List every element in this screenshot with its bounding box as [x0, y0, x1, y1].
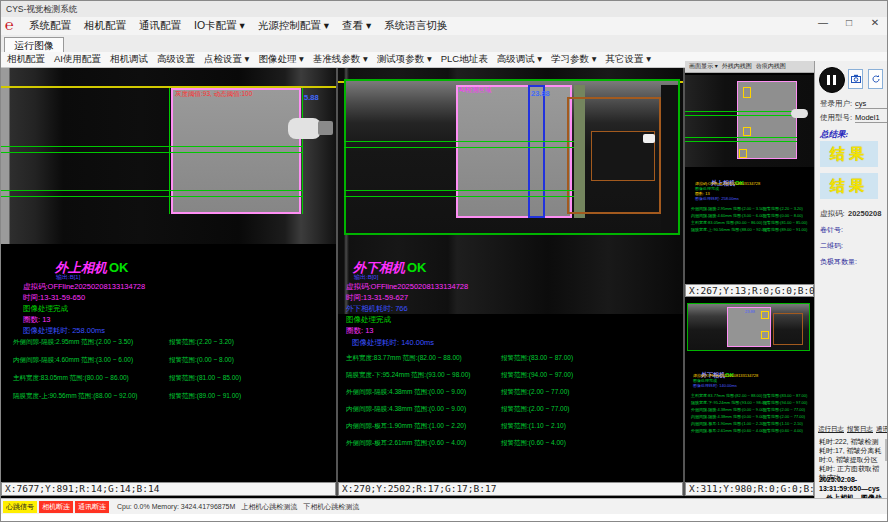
- tab-run-image[interactable]: 运行图像: [4, 37, 64, 53]
- middle-done-line: 图像处理完成: [346, 315, 391, 325]
- left-camera-image: 灰度阈值:93, 动态阈值:100 5.88: [1, 68, 336, 244]
- left-done-line: 图像处理完成: [23, 304, 68, 314]
- thumbnail-tabs: 画面显示 ▾ 外残内残图 齿痕内残图: [685, 61, 814, 73]
- tool-spot-check[interactable]: 点检设置 ▾: [204, 53, 249, 66]
- window-controls: — □ ✕: [815, 17, 883, 28]
- middle-overlay-text: 外下相机OK 输出:B[0] 虚拟码:OFFline20250208133134…: [338, 258, 683, 482]
- close-button[interactable]: ✕: [867, 17, 883, 28]
- lower-camera-heartbeat-text: 下相机心跳检测流: [303, 502, 359, 512]
- thumbnail-upper-camera[interactable]: 外上相机OK 虚拟码:OFFline20250208133134728 图像处理…: [685, 73, 814, 284]
- tape-applicator-shape: [288, 118, 321, 139]
- measurement-row: 外侧间隙-极耳:2.61mm 范围:(0.60 ~ 4.00) 报警范围:(0.…: [338, 439, 683, 456]
- measurement-row: 外侧间隙-隔膜:4.38mm 范围:(0.00 ~ 9.00) 报警范围:(2.…: [338, 388, 683, 405]
- tool-ai-config[interactable]: AI使用配置: [54, 53, 101, 66]
- left-measure-line: [1, 152, 303, 153]
- thumb-tab-display[interactable]: 画面显示 ▾: [689, 62, 718, 71]
- left-camera-substatus: 输出:B[1]: [56, 273, 80, 282]
- tool-image-processing[interactable]: 图像处理 ▾: [258, 53, 303, 66]
- left-loop-line: 圈数: 13: [23, 315, 51, 325]
- left-time-line: 时间:13-31-59-650: [23, 293, 85, 303]
- tool-other-settings[interactable]: 其它设置 ▾: [606, 53, 651, 66]
- middle-coordinate-bar: X:270;Y:2502;R:17;G:17;B:17: [338, 482, 683, 496]
- middle-blue-readout: 23.88: [531, 89, 550, 98]
- thumb1-coordinate-bar: X:267;Y:13;R:0;G:0;B:0: [685, 284, 814, 297]
- refresh-button[interactable]: [868, 69, 883, 89]
- tab-row: 运行图像: [1, 35, 888, 53]
- left-barcode-line: 虚拟码:OFFline20250208133134728: [23, 282, 145, 292]
- camera-capture-button[interactable]: [848, 69, 863, 89]
- log-tab-run[interactable]: 运行日志: [818, 425, 844, 434]
- left-coordinate-bar: X:7677;Y:891;R:14;G:14;B:14: [1, 482, 336, 496]
- thumb-tab-outer-residue[interactable]: 外残内残图: [722, 62, 752, 71]
- thumb2-yellow-box: [761, 331, 769, 339]
- camera-icon: [851, 74, 861, 84]
- maximize-button[interactable]: □: [841, 17, 857, 28]
- left-camera-status: OK: [109, 260, 129, 275]
- measurement-row: 隔膜宽度-下:95.24mm 范围:(93.00 ~ 98.00) 报警范围:(…: [338, 371, 683, 388]
- middle-camera-view: AI检测区域 23.88 外下相机OK 输出:B[0] 虚拟码:OFFline2…: [338, 68, 683, 482]
- virtual-code-value: 20250208: [848, 209, 881, 218]
- user-value: cys: [855, 99, 888, 109]
- measurement-row: 主料宽度:83.77mm 范围:(82.00 ~ 88.00) 报警范围:(83…: [338, 354, 683, 371]
- qr-code-label: 二维码:: [820, 241, 843, 251]
- menubar: ℮ 系统配置 相机配置 通讯配置 IO卡配置 ▾ 光源控制配置 ▾ 查看 ▾ 系…: [1, 17, 888, 36]
- thumb1-elapsed: 图像处理耗时: 258.00ms: [695, 196, 739, 201]
- minimize-button[interactable]: —: [815, 17, 831, 28]
- upper-camera-heartbeat-text: 上相机心跳检测流: [241, 502, 297, 512]
- measurement-row: 内侧间隙-极耳:1.90mm 范围:(1.00 ~ 2.20) 报警范围:(1.…: [338, 422, 683, 439]
- middle-barcode-line: 虚拟码:OFFline20250208133134728: [346, 282, 468, 292]
- middle-camera-status: OK: [407, 260, 427, 275]
- tool-learning-params[interactable]: 学习参数 ▾: [551, 53, 596, 66]
- thumbnail-lower-camera[interactable]: 23.88 外下相机OK 虚拟码:OFFline2025020813313472…: [685, 297, 814, 482]
- log-tab-comm[interactable]: 通讯日志: [876, 425, 888, 434]
- thumb1-line: [685, 141, 797, 142]
- menu-language-switch[interactable]: 系统语言切换: [384, 19, 447, 33]
- left-measure-line: [1, 190, 303, 191]
- tool-baseline-params[interactable]: 基准线参数 ▾: [313, 53, 368, 66]
- thumb2-blue-readout: 23.88: [745, 309, 755, 314]
- dark-band: [661, 85, 678, 233]
- tool-advanced-settings[interactable]: 高级设置: [157, 53, 195, 66]
- menu-io-config[interactable]: IO卡配置 ▾: [194, 19, 245, 33]
- thumb1-image: [685, 75, 814, 167]
- menu-camera-config[interactable]: 相机配置: [84, 19, 126, 33]
- left-vertical-line: [169, 88, 170, 214]
- left-vertical-line: [302, 88, 303, 214]
- thumb-tab-tooth-residue[interactable]: 齿痕内残图: [756, 62, 786, 71]
- menu-system-config[interactable]: 系统配置: [29, 19, 71, 33]
- thumb2-orange-roi: [773, 313, 803, 345]
- user-label: 登录用户:: [820, 99, 852, 109]
- model-label: 使用型号:: [820, 113, 852, 123]
- menu-light-config[interactable]: 光源控制配置 ▾: [258, 19, 329, 33]
- result-box-upper: 结果: [820, 141, 878, 167]
- middle-measure-line: [344, 147, 574, 148]
- tool-plc-address-table[interactable]: PLC地址表: [441, 53, 488, 66]
- comm-disconnect-badge: 通讯断连: [75, 501, 109, 513]
- middle-measure-line: [344, 141, 574, 142]
- bright-spot: [643, 134, 655, 143]
- right-panel: 登录用户: cys 使用型号: Model1 总结果: 结果 结果 虚拟码: 2…: [814, 61, 888, 498]
- tool-test-item-params[interactable]: 测试项参数 ▾: [377, 53, 432, 66]
- thumb2-yellow-box: [761, 311, 769, 319]
- thumb1-yellow-box: [743, 87, 751, 98]
- middle-measure-line: [344, 190, 574, 191]
- window-title: CYS-视觉检测系统: [6, 4, 77, 14]
- total-result-label: 总结果:: [820, 129, 848, 141]
- thumb2-elapsed: 图像处理耗时: 140.00ms: [693, 383, 737, 388]
- heartbeat-badge: 心跳信号: [3, 501, 37, 513]
- tool-camera-debug[interactable]: 相机调试: [110, 53, 148, 66]
- tool-advanced-debug[interactable]: 高级调试 ▾: [497, 53, 542, 66]
- thumb1-line: [685, 137, 797, 138]
- middle-time-line: 时间:13-31-59-627: [346, 293, 408, 303]
- tab-count-label: 负极耳数量:: [820, 257, 857, 267]
- needle-number-label: 卷针号:: [820, 225, 843, 235]
- thumb1-line: [685, 115, 797, 116]
- menu-view[interactable]: 查看 ▾: [342, 19, 371, 33]
- menu-comm-config[interactable]: 通讯配置: [139, 19, 181, 33]
- log-tab-alarm[interactable]: 报警日志: [847, 425, 873, 434]
- thumb1-applicator: [791, 109, 808, 118]
- tool-camera-config[interactable]: 相机配置: [7, 53, 45, 66]
- middle-loop-line: 圈数: 13: [346, 326, 374, 336]
- pause-button[interactable]: [819, 67, 845, 93]
- left-camera-view: 灰度阈值:93, 动态阈值:100 5.88 外上相机OK 输出:B[1] 虚拟…: [1, 68, 336, 482]
